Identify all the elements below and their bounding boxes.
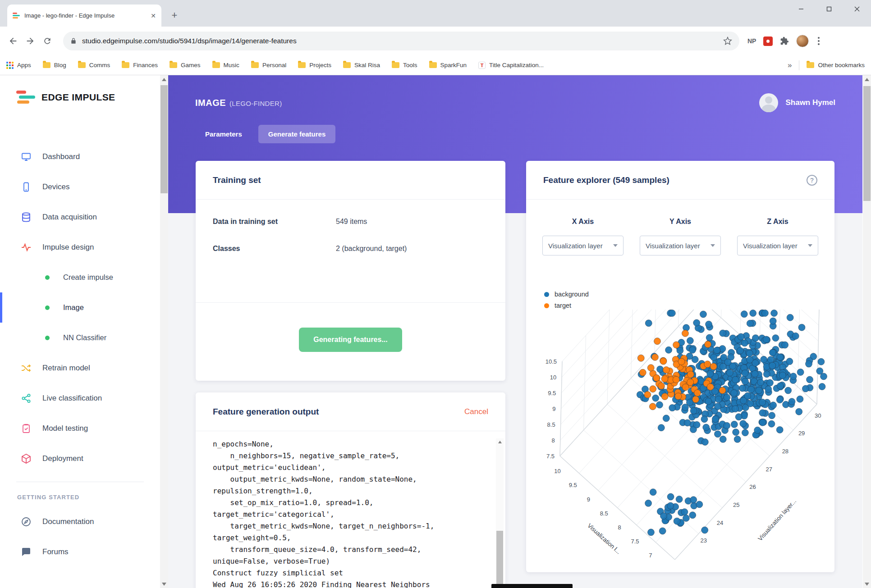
other-bookmarks[interactable]: Other bookmarks xyxy=(807,62,865,68)
bookmark-folder-personal[interactable]: Personal xyxy=(251,62,286,68)
bookmark-label: Apps xyxy=(17,62,31,68)
sidebar-item-image[interactable]: Image xyxy=(0,292,160,323)
bookmark-folder-music[interactable]: Music xyxy=(212,62,239,68)
chevron-down-icon xyxy=(613,244,618,247)
sidebar-scrollbar-thumb[interactable] xyxy=(160,85,168,193)
tab-generate-features[interactable]: Generate features xyxy=(258,125,336,143)
bookmark-folder-finances[interactable]: Finances xyxy=(122,62,158,68)
new-tab-button[interactable]: + xyxy=(169,10,180,22)
package-box-icon xyxy=(21,453,32,464)
bookmark-folder-games[interactable]: Games xyxy=(170,62,201,68)
sidebar-nav: Dashboard Devices Data acquisition Impul… xyxy=(0,141,160,474)
browser-toolbar: studio.edgeimpulse.com/studio/5941/dsp/i… xyxy=(0,27,871,55)
bookmark-star-icon[interactable] xyxy=(723,36,732,46)
clipboard-check-icon xyxy=(21,423,32,434)
chevron-down-icon xyxy=(808,244,812,247)
edge-impulse-studio: EDGE IMPULSE Dashboard Devices Data acqu… xyxy=(0,75,871,588)
sidebar-item-data-acquisition[interactable]: Data acquisition xyxy=(0,202,160,232)
svg-text:7: 7 xyxy=(649,552,652,559)
page-scrollbar[interactable] xyxy=(863,75,871,588)
scatter3d-svg[interactable]: 10.5109.598.587.5109.598.587.57302928272… xyxy=(526,310,834,571)
svg-text:8: 8 xyxy=(618,524,621,531)
bookmark-folder-projects[interactable]: Projects xyxy=(298,62,331,68)
compass-icon xyxy=(21,516,32,527)
sidebar-item-forums[interactable]: Forums xyxy=(0,537,160,567)
sidebar-item-model-testing[interactable]: Model testing xyxy=(0,413,160,443)
sidebar-item-devices[interactable]: Devices xyxy=(0,172,160,202)
folder-icon xyxy=(392,62,399,68)
bookmarks-overflow-chevron[interactable]: » xyxy=(788,61,792,70)
brand[interactable]: EDGE IMPULSE xyxy=(0,75,160,104)
sidebar-item-label: Documentation xyxy=(42,517,94,526)
screen: Image - lego-finder - Edge Impulse ✕ + xyxy=(0,0,871,588)
legend-item-target[interactable]: target xyxy=(544,302,589,309)
sidebar-item-retrain-model[interactable]: Retrain model xyxy=(0,353,160,383)
forward-button[interactable] xyxy=(22,32,39,50)
reload-button[interactable] xyxy=(39,32,56,50)
back-button[interactable] xyxy=(5,32,22,50)
scroll-down-icon[interactable] xyxy=(863,580,871,588)
sidebar-item-dashboard[interactable]: Dashboard xyxy=(0,141,160,172)
feature-explorer-plot[interactable]: 10.5109.598.587.5109.598.587.57302928272… xyxy=(526,310,834,571)
extension-icon[interactable] xyxy=(763,36,773,46)
page-scrollbar-thumb[interactable] xyxy=(863,86,871,201)
profile-badge[interactable]: NP xyxy=(747,37,756,45)
scroll-down-icon[interactable] xyxy=(160,580,168,588)
svg-text:25: 25 xyxy=(733,501,739,508)
folder-icon xyxy=(298,62,306,68)
bookmark-title-capitalization[interactable]: TTitle Capitalization... xyxy=(478,62,544,69)
folder-icon xyxy=(78,62,86,68)
browser-tab-strip: Image - lego-finder - Edge Impulse ✕ + xyxy=(0,0,871,27)
select-value: Visualization layer xyxy=(548,242,610,250)
user-avatar[interactable] xyxy=(759,93,778,112)
legend-item-background[interactable]: background xyxy=(544,291,589,298)
extensions-puzzle-icon[interactable] xyxy=(780,36,789,46)
console-output[interactable]: n_epochs=None, n_neighbors=15, negative_… xyxy=(213,438,488,588)
sidebar-item-deployment[interactable]: Deployment xyxy=(0,443,160,474)
help-icon[interactable]: ? xyxy=(807,175,817,186)
bookmark-folder-sparkfun[interactable]: SparkFun xyxy=(429,62,467,68)
sidebar-item-documentation[interactable]: Documentation xyxy=(0,506,160,537)
x-axis-select[interactable]: Visualization layer xyxy=(542,236,623,255)
close-window-button[interactable] xyxy=(843,0,871,18)
minimize-button[interactable] xyxy=(787,0,815,18)
sidebar-item-nn-classifier[interactable]: NN Classifier xyxy=(0,323,160,353)
bookmark-label: Personal xyxy=(262,62,286,68)
browser-profile-avatar[interactable] xyxy=(796,35,809,47)
browser-menu-icon[interactable] xyxy=(816,35,821,47)
scroll-up-icon[interactable] xyxy=(160,75,168,83)
sidebar-item-live-classification[interactable]: Live classification xyxy=(0,383,160,413)
card-title: Training set xyxy=(213,175,261,185)
sidebar-item-label: Live classification xyxy=(42,394,102,403)
tab-parameters[interactable]: Parameters xyxy=(195,125,252,143)
svg-text:10: 10 xyxy=(550,374,556,381)
y-axis-select[interactable]: Visualization layer xyxy=(640,236,721,255)
generate-features-button[interactable]: Generating features... xyxy=(299,328,402,352)
cancel-link[interactable]: Cancel xyxy=(464,407,488,416)
svg-text:10.5: 10.5 xyxy=(546,358,557,365)
console-scrollbar-thumb[interactable] xyxy=(496,531,503,585)
user-menu[interactable]: Shawn Hymel xyxy=(759,93,835,112)
legend-label: target xyxy=(555,302,571,309)
training-set-card: Training set Data in training set 549 it… xyxy=(196,161,505,381)
bookmark-folder-skal-risa[interactable]: Skal Risa xyxy=(343,62,380,68)
browser-tab[interactable]: Image - lego-finder - Edge Impulse ✕ xyxy=(7,5,161,27)
scroll-up-icon[interactable] xyxy=(863,75,871,83)
sidebar-scrollbar[interactable] xyxy=(160,75,168,588)
svg-text:7.5: 7.5 xyxy=(631,538,639,545)
sidebar-item-create-impulse[interactable]: Create impulse xyxy=(0,262,160,292)
bookmark-apps[interactable]: Apps xyxy=(6,62,31,69)
close-tab-icon[interactable]: ✕ xyxy=(151,13,156,19)
bookmark-folder-comms[interactable]: Comms xyxy=(78,62,110,68)
console-scrollbar[interactable] xyxy=(496,438,504,588)
lock-icon xyxy=(70,38,77,44)
bookmark-folder-blog[interactable]: Blog xyxy=(43,62,66,68)
bookmark-label: Tools xyxy=(403,62,417,68)
database-icon xyxy=(21,212,32,223)
z-axis-select[interactable]: Visualization layer xyxy=(737,236,818,255)
url-bar[interactable]: studio.edgeimpulse.com/studio/5941/dsp/i… xyxy=(63,32,739,50)
maximize-button[interactable] xyxy=(815,0,843,18)
scroll-up-icon[interactable] xyxy=(496,438,504,446)
sidebar-item-impulse-design[interactable]: Impulse design xyxy=(0,232,160,262)
bookmark-folder-tools[interactable]: Tools xyxy=(392,62,417,68)
